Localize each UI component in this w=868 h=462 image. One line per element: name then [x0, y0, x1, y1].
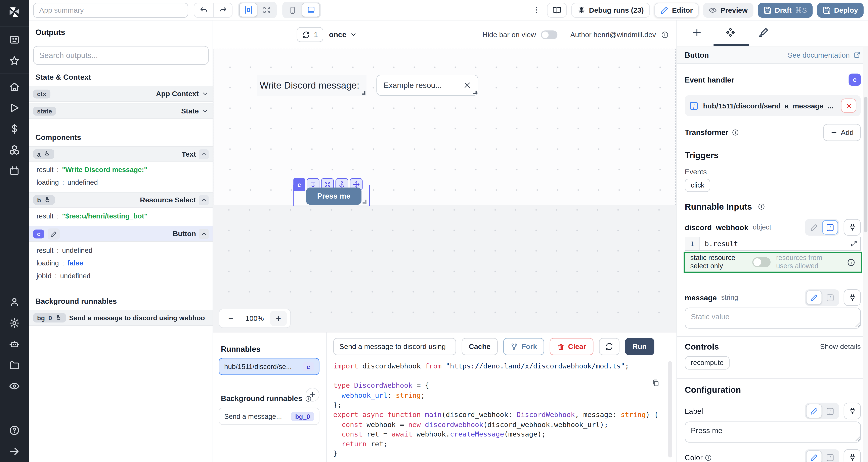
run-button[interactable]: Run — [625, 338, 654, 355]
refresh-script-button[interactable] — [599, 338, 619, 355]
info-icon — [732, 129, 739, 136]
component-c-row[interactable]: c Button — [29, 226, 213, 242]
editor-tab-button[interactable]: Editor — [654, 2, 699, 17]
bg-runnable-item[interactable]: Send a message... bg_0 — [219, 408, 319, 425]
collapse-a-button[interactable] — [199, 149, 209, 159]
see-documentation-link[interactable]: See documentation — [787, 51, 861, 59]
docs-book-button[interactable] — [547, 2, 567, 17]
center-canvas-button[interactable] — [239, 3, 257, 17]
audit-eye-icon[interactable] — [0, 376, 29, 397]
state-row[interactable]: state State — [29, 103, 213, 119]
add-background-runnable-button[interactable] — [306, 388, 319, 402]
recompute-chip[interactable]: recompute — [685, 356, 730, 369]
apps-icon[interactable] — [0, 29, 29, 51]
windmill-logo[interactable] — [0, 0, 29, 24]
favorites-star-icon[interactable] — [0, 51, 29, 71]
zoom-in-button[interactable]: + — [270, 311, 287, 326]
click-event-chip[interactable]: click — [685, 179, 711, 192]
clear-button[interactable]: Clear — [550, 338, 593, 355]
message-input-row: message string f — [685, 289, 861, 306]
schedules-calendar-icon[interactable] — [0, 160, 29, 182]
styling-brush-tab[interactable] — [758, 27, 769, 38]
app-canvas[interactable]: Write Discord message: Example resou... … — [214, 48, 676, 205]
workers-robot-icon[interactable] — [0, 333, 29, 355]
configuration-title: Configuration — [685, 385, 741, 395]
code-editor[interactable]: import discordwebhook from "https://deno… — [333, 361, 663, 462]
app-summary-input[interactable] — [33, 2, 188, 17]
resize-corner[interactable] — [473, 91, 477, 94]
connect-input-button[interactable] — [844, 403, 861, 420]
component-b-row[interactable]: b Resource Select — [29, 192, 213, 208]
bg0-row[interactable]: bg_0 Send a message to discord using web… — [29, 310, 213, 326]
connect-input-button[interactable] — [844, 219, 861, 236]
redo-button[interactable] — [213, 3, 232, 17]
draft-button[interactable]: Draft ⌘S — [758, 2, 812, 17]
connect-input-button[interactable] — [844, 449, 861, 462]
c-jobid-line: jobId:undefined — [37, 272, 91, 280]
javascript-expr-button[interactable]: f — [822, 450, 838, 462]
event-handler-runnable[interactable]: f hub/1511/discord/send_a_message_... — [685, 95, 861, 116]
debug-runs-button[interactable]: Debug runs (23) — [571, 2, 650, 17]
inspector-scrollbar[interactable] — [863, 46, 868, 462]
collapse-c-button[interactable] — [199, 229, 209, 239]
runs-play-icon[interactable] — [0, 97, 29, 119]
fork-button[interactable]: Fork — [503, 338, 544, 355]
settings-components-tab[interactable] — [724, 27, 736, 39]
more-menu-button[interactable] — [530, 6, 542, 14]
javascript-expr-button[interactable]: f — [822, 290, 838, 305]
mobile-view-button[interactable] — [283, 3, 302, 17]
folders-icon[interactable] — [0, 355, 29, 376]
copy-code-icon[interactable] — [652, 379, 660, 387]
selection-resize-handle[interactable] — [363, 200, 367, 204]
javascript-expr-button[interactable]: f — [822, 404, 838, 418]
expand-editor-icon[interactable] — [850, 240, 860, 248]
static-edit-button[interactable] — [806, 450, 822, 462]
webhook-expression-editor[interactable]: 1 b.result — [685, 237, 861, 251]
edit-pencil-icon[interactable] — [48, 228, 60, 239]
preview-button[interactable]: Preview — [703, 2, 753, 17]
undo-button[interactable] — [194, 3, 213, 17]
ctx-row[interactable]: ctx App Context — [29, 86, 213, 102]
zoom-out-button[interactable]: − — [223, 311, 239, 326]
javascript-expr-button[interactable]: f — [822, 220, 838, 235]
resize-corner[interactable] — [362, 91, 366, 95]
show-details-link[interactable]: Show details — [820, 342, 861, 351]
text-component[interactable]: Write Discord message: — [257, 75, 367, 96]
search-outputs-input[interactable] — [33, 46, 209, 65]
connect-input-button[interactable] — [844, 289, 861, 306]
textarea-resize-handle[interactable] — [855, 436, 860, 441]
hide-bar-toggle[interactable] — [541, 30, 558, 39]
refresh-icon — [302, 31, 310, 38]
collapse-b-button[interactable] — [199, 195, 209, 205]
static-edit-button[interactable] — [806, 404, 822, 418]
deploy-button[interactable]: Deploy — [817, 2, 864, 17]
users-icon[interactable] — [0, 292, 29, 312]
button-component[interactable]: Press me — [306, 188, 362, 205]
script-name-input[interactable] — [333, 338, 456, 355]
refresh-mode-select[interactable]: once — [329, 31, 357, 39]
settings-gear-icon[interactable] — [0, 312, 29, 334]
static-edit-button[interactable] — [806, 220, 822, 235]
collapse-arrow-icon[interactable] — [0, 441, 29, 462]
component-a-row[interactable]: a Text — [29, 146, 213, 162]
selected-runnable-item[interactable]: hub/1511/discord/se... c — [219, 358, 319, 375]
desktop-view-button[interactable] — [302, 3, 320, 17]
resource-select-component[interactable]: Example resou... — [376, 75, 478, 96]
static-resource-toggle[interactable] — [752, 257, 771, 267]
resources-cubes-icon[interactable] — [0, 139, 29, 160]
variables-dollar-icon[interactable] — [0, 119, 29, 139]
remove-runnable-button[interactable] — [841, 98, 856, 113]
static-edit-button[interactable] — [806, 290, 822, 305]
code-scrollbar[interactable] — [668, 361, 672, 457]
message-static-value-input[interactable] — [685, 307, 861, 329]
help-icon[interactable] — [0, 420, 29, 441]
label-value-input[interactable]: Press me — [685, 422, 861, 442]
fullwidth-canvas-button[interactable] — [257, 3, 276, 17]
textarea-resize-handle[interactable] — [855, 322, 860, 327]
add-transformer-button[interactable]: Add — [823, 124, 861, 141]
insert-component-tab[interactable] — [691, 27, 703, 38]
home-icon[interactable] — [0, 76, 29, 97]
refresh-count-box[interactable]: 1 — [297, 27, 323, 42]
clear-selection-icon[interactable] — [463, 81, 471, 89]
cache-button[interactable]: Cache — [462, 338, 498, 355]
